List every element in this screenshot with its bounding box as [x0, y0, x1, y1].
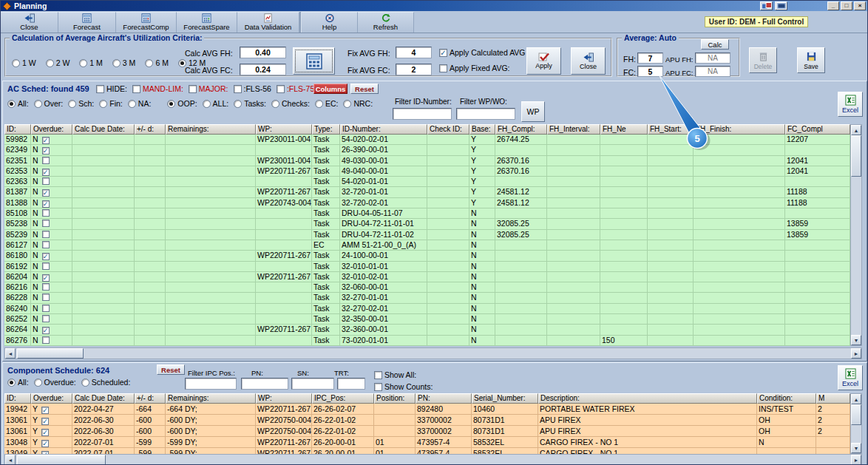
- column-header[interactable]: Remainings:: [166, 393, 256, 404]
- period-1m[interactable]: 1 M: [79, 58, 103, 67]
- column-header[interactable]: Base:: [469, 124, 495, 135]
- radio-icon[interactable]: [315, 100, 323, 108]
- component-reset-button[interactable]: Reset: [157, 364, 185, 375]
- radio-icon[interactable]: [46, 59, 54, 67]
- row-checkbox[interactable]: [42, 220, 50, 227]
- radio-icon[interactable]: [203, 100, 211, 108]
- scrollbar-track[interactable]: [16, 455, 851, 465]
- checkbox-icon[interactable]: ✓: [439, 49, 447, 57]
- ac-scope-na[interactable]: NA:: [128, 99, 152, 108]
- row-checkbox[interactable]: ✓: [42, 147, 50, 155]
- row-checkbox[interactable]: [42, 177, 50, 185]
- table-row[interactable]: 81388N✓WP220743-004Task32-720-02-01Y2458…: [4, 198, 850, 208]
- ac-vertical-scrollbar[interactable]: ▲ ▼: [850, 124, 862, 346]
- table-row[interactable]: 19942Y✓2022-04-27-664-664 DY;WP220711-26…: [4, 404, 850, 415]
- fix-avg-fc-field[interactable]: 2: [396, 64, 432, 75]
- table-row[interactable]: 13048Y✓2022-07-01-599-599 DY;WP220711-26…: [4, 437, 850, 448]
- ac-type-checks[interactable]: Checks:: [271, 99, 310, 108]
- table-row[interactable]: 62353N✓WP220711-267Task49-040-00-01Y2637…: [4, 166, 850, 177]
- checkbox-icon[interactable]: [96, 85, 104, 93]
- column-header[interactable]: ID:: [4, 393, 31, 404]
- table-row[interactable]: 81387N✓WP220711-267Task32-720-01-01Y2458…: [4, 187, 850, 197]
- sn-input[interactable]: [291, 378, 334, 390]
- calc-avg-fh-field[interactable]: 0.40: [240, 47, 286, 58]
- column-header[interactable]: WP:: [256, 393, 312, 404]
- ac-type-nrc[interactable]: NRC:: [343, 99, 373, 108]
- row-checkbox[interactable]: [42, 231, 50, 238]
- filter-ipc-input[interactable]: [185, 378, 237, 390]
- period-3m[interactable]: 3 M: [112, 58, 136, 67]
- radio-icon[interactable]: [167, 100, 175, 108]
- close-window-button[interactable]: ×: [854, 1, 866, 10]
- component-horizontal-scrollbar[interactable]: ◄ ►: [4, 454, 862, 465]
- scroll-up-button[interactable]: ▲: [851, 394, 861, 404]
- toolbar-data-validation-button[interactable]: Data Validation: [237, 12, 299, 33]
- scroll-left-button[interactable]: ◄: [5, 455, 16, 465]
- row-checkbox[interactable]: [42, 241, 50, 248]
- column-header[interactable]: Calc Due Date:: [72, 124, 135, 135]
- pn-input[interactable]: [241, 378, 288, 390]
- row-checkbox[interactable]: [42, 305, 50, 312]
- reset-button[interactable]: Reset: [350, 84, 379, 94]
- radio-icon[interactable]: [234, 100, 242, 108]
- apu-fh-field[interactable]: NA: [695, 52, 730, 64]
- delete-button[interactable]: Delete: [749, 47, 777, 73]
- radio-icon[interactable]: [7, 379, 16, 387]
- row-checkbox[interactable]: ✓: [41, 418, 49, 425]
- ac-type-all[interactable]: ALL:: [203, 99, 229, 108]
- checkbox-icon[interactable]: [132, 85, 140, 93]
- radio-icon[interactable]: [343, 100, 351, 108]
- fh-field[interactable]: 7: [637, 52, 663, 64]
- row-checkbox[interactable]: [42, 209, 50, 217]
- row-checkbox[interactable]: ✓: [42, 274, 50, 282]
- row-checkbox[interactable]: ✓: [41, 440, 49, 447]
- row-checkbox[interactable]: ✓: [42, 253, 50, 260]
- titlebar[interactable]: Planning _ □ ×: [1, 1, 867, 11]
- column-header[interactable]: Check ID:: [427, 124, 469, 135]
- column-header[interactable]: +/- d:: [135, 393, 166, 404]
- radio-icon[interactable]: [145, 59, 153, 67]
- scroll-right-button[interactable]: ►: [851, 455, 861, 465]
- checkbox-icon[interactable]: [374, 371, 382, 379]
- filter-fls75[interactable]: :FLS-75: [277, 84, 314, 93]
- scroll-up-button[interactable]: ▲: [851, 125, 861, 135]
- row-checkbox[interactable]: ✓: [42, 189, 50, 197]
- radio-icon[interactable]: [271, 100, 279, 108]
- table-row[interactable]: 86240NTask32-270-02-01N: [4, 304, 850, 314]
- radio-icon[interactable]: [79, 59, 87, 67]
- table-row[interactable]: 86216NTask32-060-00-01N: [4, 282, 850, 293]
- toolbar-help-button[interactable]: Help: [302, 12, 358, 33]
- column-header[interactable]: Description:: [538, 393, 757, 404]
- radio-icon[interactable]: [34, 100, 42, 108]
- checkbox-icon[interactable]: [374, 383, 382, 391]
- radio-icon[interactable]: [12, 59, 20, 67]
- scrollbar-thumb[interactable]: [851, 135, 861, 177]
- toolbar-close-button[interactable]: Close: [1, 12, 58, 33]
- filter-wp-input[interactable]: [456, 108, 515, 120]
- table-row[interactable]: 62351NWP230011-004Task49-030-00-01Y26370…: [4, 156, 850, 166]
- filter-fls56[interactable]: :FLS-56: [234, 84, 271, 93]
- table-row[interactable]: 86192NTask32-010-01-01N: [4, 262, 850, 272]
- scroll-down-button[interactable]: ▼: [851, 335, 861, 345]
- table-row[interactable]: 62349N✓Task26-390-00-01Y: [4, 145, 850, 155]
- ac-scope-all[interactable]: All:: [7, 99, 29, 108]
- table-row[interactable]: 86252NTask32-350-00-01N: [4, 314, 850, 325]
- row-checkbox[interactable]: [42, 336, 50, 344]
- scrollbar-track[interactable]: [16, 348, 851, 359]
- table-row[interactable]: 86127NECAMM 51-21-00_0_(A)N: [4, 240, 850, 251]
- filter-hide[interactable]: HIDE:: [96, 84, 127, 93]
- column-header[interactable]: PN:: [416, 393, 472, 404]
- scroll-down-button[interactable]: ▼: [851, 443, 861, 453]
- toolbar-forecast-button[interactable]: Forecast: [58, 12, 116, 33]
- scrollbar-track[interactable]: [851, 404, 861, 443]
- column-header[interactable]: FH_Ne: [600, 124, 648, 135]
- table-row[interactable]: 86204N✓WP220711-267Task32-010-02-01N: [4, 272, 850, 282]
- radio-icon[interactable]: [34, 379, 42, 387]
- row-checkbox[interactable]: [42, 315, 50, 322]
- column-header[interactable]: FH_Interval:: [547, 124, 600, 135]
- checkbox-icon[interactable]: [439, 64, 447, 72]
- column-header[interactable]: +/- d:: [135, 124, 166, 135]
- checkbox-icon[interactable]: [234, 85, 242, 93]
- columns-button[interactable]: Columns: [313, 84, 347, 94]
- filter-major[interactable]: MAJOR:: [189, 84, 228, 93]
